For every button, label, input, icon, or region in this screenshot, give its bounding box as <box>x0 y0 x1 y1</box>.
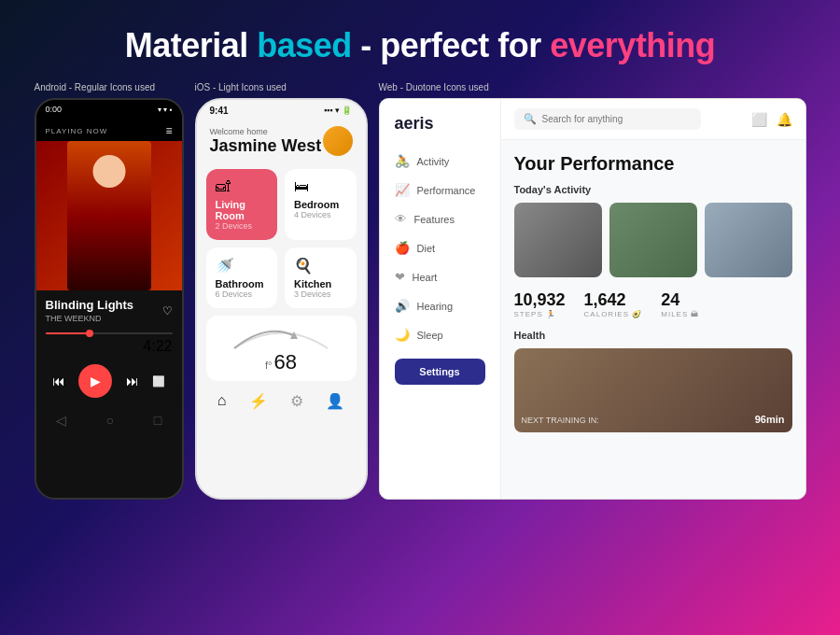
web-stat-miles: 24 MILES 🏔 <box>661 290 699 318</box>
web-perf-title: Your Performance <box>514 153 792 175</box>
web-miles-value: 24 <box>661 290 699 310</box>
web-activity-card-2 <box>609 203 697 277</box>
ios-thermostat[interactable]: f° 68 <box>206 316 357 381</box>
ios-bathroom-name: Bathroom <box>216 278 269 289</box>
web-activity-cards <box>514 203 792 277</box>
web-activity-card-1 <box>514 203 602 277</box>
web-training-time: 96min <box>755 414 785 425</box>
nav-features-label: Features <box>414 214 455 225</box>
web-performance-content: Your Performance Today's Activity <box>501 140 805 445</box>
heart-icon: ❤ <box>395 270 405 284</box>
ios-living-room-icon: 🛋 <box>216 178 269 195</box>
ios-room-bathroom[interactable]: 🚿 Bathroom 6 Devices <box>206 247 278 308</box>
ios-room-bedroom[interactable]: 🛏 Bedroom 4 Devices <box>285 169 357 240</box>
ios-nav-bolt-icon[interactable]: ⚡ <box>249 392 268 410</box>
android-nav-back[interactable]: ◁ <box>56 413 66 428</box>
search-icon: 🔍 <box>524 113 537 125</box>
web-health-image: NEXT TRAINING IN: 96min <box>514 348 792 432</box>
nav-sleep[interactable]: 🌙 Sleep <box>380 320 500 349</box>
android-status-icons: ▾ ▾ ▪ <box>158 106 172 114</box>
ios-nav-profile-icon[interactable]: 👤 <box>326 392 344 410</box>
web-wrapper: Web - Duotone Icons used aeris 🚴 Activit… <box>379 82 806 500</box>
android-phone: 0:00 ▾ ▾ ▪ PLAYING NOW ≡ Blinding Lights… <box>35 98 184 500</box>
web-search-bar[interactable]: 🔍 <box>514 108 701 130</box>
ios-wrapper: iOS - Light Icons used 9:41 ▪▪▪ ▾ 🔋 Welc… <box>195 82 368 500</box>
hero-title: Material based - perfect for everything <box>0 0 840 82</box>
web-steps-value: 10,932 <box>514 290 566 310</box>
ios-status-bar: 9:41 ▪▪▪ ▾ 🔋 <box>197 100 366 120</box>
title-cyan: based <box>257 26 352 64</box>
android-artist-image <box>67 141 151 290</box>
android-next-button[interactable]: ⏭ <box>126 374 139 388</box>
ios-living-room-name: Living Room <box>216 199 269 221</box>
android-status-bar: 0:00 ▾ ▾ ▪ <box>36 100 182 119</box>
nav-sleep-label: Sleep <box>417 330 443 341</box>
android-label: Android - Regular Icons used <box>35 82 156 92</box>
ios-bedroom-devices: 4 Devices <box>294 210 347 219</box>
screens-container: Android - Regular Icons used 0:00 ▾ ▾ ▪ … <box>0 82 840 500</box>
ios-avatar[interactable] <box>323 126 353 156</box>
web-miles-label: MILES 🏔 <box>661 310 699 318</box>
ios-status-icons: ▪▪▪ ▾ 🔋 <box>324 106 353 115</box>
android-progress-fill <box>46 332 91 334</box>
performance-icon: 📈 <box>395 183 410 197</box>
web-topbar-actions: ⬜ 🔔 <box>751 112 792 127</box>
web-stats-row: 10,932 STEPS 🏃 1,642 CALORIES 🥑 24 MILES… <box>514 290 792 318</box>
android-progress-section[interactable] <box>36 327 182 336</box>
web-activity-card-3 <box>705 203 792 277</box>
nav-activity[interactable]: 🚴 Activity <box>380 147 500 176</box>
ios-bathroom-devices: 6 Devices <box>216 289 269 299</box>
web-logo: aeris <box>380 114 500 147</box>
web-sidebar: aeris 🚴 Activity 📈 Performance 👁 Feature… <box>380 99 501 499</box>
diet-icon: 🍎 <box>395 241 410 255</box>
ios-bathroom-icon: 🚿 <box>216 257 269 275</box>
thermostat-arc-svg <box>225 322 337 350</box>
ios-kitchen-name: Kitchen <box>294 278 347 289</box>
android-prev-button[interactable]: ⏮ <box>52 374 65 388</box>
nav-hearing[interactable]: 🔊 Hearing <box>380 291 500 320</box>
ios-time: 9:41 <box>210 106 229 116</box>
android-nav-home[interactable]: ○ <box>106 413 114 428</box>
ios-temperature: 68 <box>273 350 296 374</box>
android-nav-recent[interactable]: □ <box>154 413 161 428</box>
ios-user-name: Jasmine West <box>210 136 322 156</box>
android-progress-bar <box>46 332 173 334</box>
sleep-icon: 🌙 <box>395 328 410 342</box>
web-stat-calories: 1,642 CALORIES 🥑 <box>584 290 643 318</box>
android-play-button[interactable]: ▶ <box>78 364 112 398</box>
hearing-icon: 🔊 <box>395 299 410 313</box>
android-wrapper: Android - Regular Icons used 0:00 ▾ ▾ ▪ … <box>35 82 184 500</box>
nav-heart[interactable]: ❤ Heart <box>380 262 500 291</box>
ios-nav-settings-icon[interactable]: ⚙ <box>290 392 303 410</box>
ios-room-kitchen[interactable]: 🍳 Kitchen 3 Devices <box>285 247 357 308</box>
web-settings-button[interactable]: Settings <box>395 359 485 385</box>
nav-performance[interactable]: 📈 Performance <box>380 176 500 205</box>
ios-nav-home-icon[interactable]: ⌂ <box>217 392 227 410</box>
ios-kitchen-devices: 3 Devices <box>294 289 347 299</box>
android-heart-icon[interactable]: ♡ <box>162 304 173 318</box>
ios-rooms-grid: 🛋 Living Room 2 Devices 🛏 Bedroom 4 Devi… <box>197 162 366 316</box>
nav-activity-label: Activity <box>417 156 450 167</box>
bell-icon[interactable]: 🔔 <box>777 112 792 127</box>
nav-diet[interactable]: 🍎 Diet <box>380 233 500 262</box>
android-playing-label: PLAYING NOW <box>46 127 108 135</box>
web-today-activity-title: Today's Activity <box>514 184 792 195</box>
android-song-info: Blinding Lights THE WEEKND ♡ <box>36 290 182 327</box>
ios-room-living-room[interactable]: 🛋 Living Room 2 Devices <box>206 169 278 240</box>
monitor-icon[interactable]: ⬜ <box>751 112 767 127</box>
android-song-title: Blinding Lights <box>46 298 134 312</box>
web-search-input[interactable] <box>542 114 661 124</box>
android-album-art <box>36 141 182 290</box>
ios-welcome-text: Welcome home <box>210 127 322 136</box>
android-song-artist: THE WEEKND <box>46 314 134 323</box>
web-health-title: Health <box>514 330 792 341</box>
android-bottom-bar: ◁ ○ □ <box>36 405 182 431</box>
nav-features[interactable]: 👁 Features <box>380 205 500 233</box>
android-menu-icon[interactable]: ≡ <box>165 124 172 137</box>
web-next-training-label: NEXT TRAINING IN: <box>522 416 599 425</box>
android-cast-icon[interactable]: ⬜ <box>152 375 165 388</box>
android-controls: ⏮ ▶ ⏭ ⬜ <box>36 357 182 405</box>
activity-image-2 <box>609 203 697 277</box>
title-white1: Material <box>125 26 258 64</box>
android-playing-header: PLAYING NOW ≡ <box>36 119 182 141</box>
